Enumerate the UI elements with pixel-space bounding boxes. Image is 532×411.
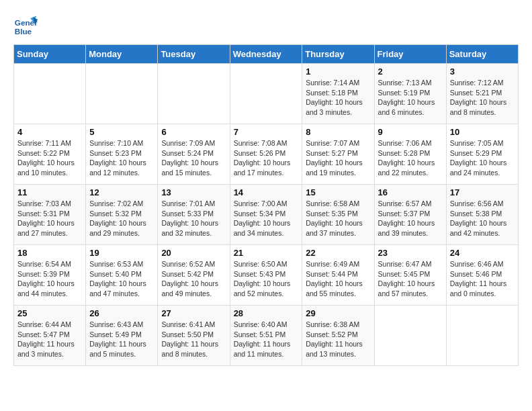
calendar-cell: 21Sunrise: 6:50 AM Sunset: 5:43 PM Dayli… <box>230 245 302 306</box>
calendar-cell <box>230 64 302 124</box>
week-row-2: 4Sunrise: 7:11 AM Sunset: 5:22 PM Daylig… <box>14 124 519 185</box>
day-info: Sunrise: 6:47 AM Sunset: 5:45 PM Dayligh… <box>378 259 443 299</box>
day-number: 16 <box>378 187 443 197</box>
day-number: 18 <box>17 248 82 258</box>
day-number: 5 <box>89 127 154 137</box>
day-number: 9 <box>378 127 443 137</box>
day-number: 10 <box>450 127 515 137</box>
weekday-header-thursday: Thursday <box>302 45 374 64</box>
day-info: Sunrise: 6:56 AM Sunset: 5:38 PM Dayligh… <box>450 199 515 238</box>
day-number: 8 <box>306 127 370 137</box>
day-number: 23 <box>378 248 443 258</box>
day-info: Sunrise: 7:14 AM Sunset: 5:18 PM Dayligh… <box>306 78 370 118</box>
day-number: 25 <box>17 308 82 318</box>
calendar-cell: 25Sunrise: 6:44 AM Sunset: 5:47 PM Dayli… <box>14 306 86 366</box>
weekday-header-sunday: Sunday <box>14 45 86 64</box>
calendar-cell: 28Sunrise: 6:40 AM Sunset: 5:51 PM Dayli… <box>230 306 302 366</box>
day-number: 24 <box>450 248 515 258</box>
week-row-3: 11Sunrise: 7:03 AM Sunset: 5:31 PM Dayli… <box>14 185 519 245</box>
calendar-cell: 2Sunrise: 7:13 AM Sunset: 5:19 PM Daylig… <box>374 64 446 124</box>
calendar-cell: 8Sunrise: 7:07 AM Sunset: 5:27 PM Daylig… <box>302 124 374 185</box>
day-info: Sunrise: 6:40 AM Sunset: 5:51 PM Dayligh… <box>234 320 299 359</box>
week-row-4: 18Sunrise: 6:54 AM Sunset: 5:39 PM Dayli… <box>14 245 519 306</box>
week-row-5: 25Sunrise: 6:44 AM Sunset: 5:47 PM Dayli… <box>14 306 519 366</box>
day-info: Sunrise: 6:52 AM Sunset: 5:42 PM Dayligh… <box>161 259 226 299</box>
calendar-cell: 23Sunrise: 6:47 AM Sunset: 5:45 PM Dayli… <box>374 245 446 306</box>
day-info: Sunrise: 6:50 AM Sunset: 5:43 PM Dayligh… <box>234 259 299 299</box>
calendar-cell: 5Sunrise: 7:10 AM Sunset: 5:23 PM Daylig… <box>86 124 158 185</box>
day-info: Sunrise: 7:12 AM Sunset: 5:21 PM Dayligh… <box>450 78 515 118</box>
calendar-cell <box>158 64 230 124</box>
calendar-cell <box>14 64 86 124</box>
calendar-cell: 6Sunrise: 7:09 AM Sunset: 5:24 PM Daylig… <box>158 124 230 185</box>
calendar-cell: 19Sunrise: 6:53 AM Sunset: 5:40 PM Dayli… <box>86 245 158 306</box>
day-number: 20 <box>161 248 226 258</box>
day-info: Sunrise: 6:57 AM Sunset: 5:37 PM Dayligh… <box>378 199 443 238</box>
day-number: 15 <box>306 187 370 197</box>
weekday-header-tuesday: Tuesday <box>158 45 230 64</box>
calendar-cell: 17Sunrise: 6:56 AM Sunset: 5:38 PM Dayli… <box>446 185 518 245</box>
day-info: Sunrise: 6:46 AM Sunset: 5:46 PM Dayligh… <box>450 259 515 299</box>
calendar-cell: 10Sunrise: 7:05 AM Sunset: 5:29 PM Dayli… <box>446 124 518 185</box>
calendar-cell: 12Sunrise: 7:02 AM Sunset: 5:32 PM Dayli… <box>86 185 158 245</box>
day-number: 29 <box>306 308 370 318</box>
weekday-header-saturday: Saturday <box>446 45 518 64</box>
day-number: 2 <box>378 66 443 77</box>
calendar-cell: 14Sunrise: 7:00 AM Sunset: 5:34 PM Dayli… <box>230 185 302 245</box>
header: General Blue <box>13 13 519 38</box>
weekday-header-monday: Monday <box>86 45 158 64</box>
day-info: Sunrise: 7:11 AM Sunset: 5:22 PM Dayligh… <box>17 138 82 178</box>
calendar-cell: 11Sunrise: 7:03 AM Sunset: 5:31 PM Dayli… <box>14 185 86 245</box>
calendar-cell: 15Sunrise: 6:58 AM Sunset: 5:35 PM Dayli… <box>302 185 374 245</box>
day-number: 27 <box>161 308 226 318</box>
calendar-cell: 18Sunrise: 6:54 AM Sunset: 5:39 PM Dayli… <box>14 245 86 306</box>
day-info: Sunrise: 7:09 AM Sunset: 5:24 PM Dayligh… <box>161 138 226 178</box>
day-number: 3 <box>450 66 515 77</box>
day-number: 7 <box>234 127 299 137</box>
calendar-cell: 26Sunrise: 6:43 AM Sunset: 5:49 PM Dayli… <box>86 306 158 366</box>
day-info: Sunrise: 6:58 AM Sunset: 5:35 PM Dayligh… <box>306 199 370 238</box>
logo: General Blue <box>13 13 40 38</box>
day-number: 6 <box>161 127 226 137</box>
calendar-table: SundayMondayTuesdayWednesdayThursdayFrid… <box>13 44 519 366</box>
calendar-cell: 4Sunrise: 7:11 AM Sunset: 5:22 PM Daylig… <box>14 124 86 185</box>
day-number: 26 <box>89 308 154 318</box>
calendar-cell: 13Sunrise: 7:01 AM Sunset: 5:33 PM Dayli… <box>158 185 230 245</box>
day-number: 13 <box>161 187 226 197</box>
day-info: Sunrise: 7:10 AM Sunset: 5:23 PM Dayligh… <box>89 138 154 178</box>
day-number: 21 <box>234 248 299 258</box>
day-info: Sunrise: 7:01 AM Sunset: 5:33 PM Dayligh… <box>161 199 226 238</box>
calendar-cell: 20Sunrise: 6:52 AM Sunset: 5:42 PM Dayli… <box>158 245 230 306</box>
calendar-cell: 27Sunrise: 6:41 AM Sunset: 5:50 PM Dayli… <box>158 306 230 366</box>
day-info: Sunrise: 6:49 AM Sunset: 5:44 PM Dayligh… <box>306 259 370 299</box>
day-info: Sunrise: 7:02 AM Sunset: 5:32 PM Dayligh… <box>89 199 154 238</box>
day-number: 19 <box>89 248 154 258</box>
day-number: 4 <box>17 127 82 137</box>
calendar-cell: 29Sunrise: 6:38 AM Sunset: 5:52 PM Dayli… <box>302 306 374 366</box>
day-info: Sunrise: 7:08 AM Sunset: 5:26 PM Dayligh… <box>234 138 299 178</box>
calendar-cell: 1Sunrise: 7:14 AM Sunset: 5:18 PM Daylig… <box>302 64 374 124</box>
day-info: Sunrise: 7:06 AM Sunset: 5:28 PM Dayligh… <box>378 138 443 178</box>
weekday-header-friday: Friday <box>374 45 446 64</box>
calendar-cell: 9Sunrise: 7:06 AM Sunset: 5:28 PM Daylig… <box>374 124 446 185</box>
calendar-cell: 16Sunrise: 6:57 AM Sunset: 5:37 PM Dayli… <box>374 185 446 245</box>
calendar-cell <box>446 306 518 366</box>
calendar-cell <box>374 306 446 366</box>
day-info: Sunrise: 7:05 AM Sunset: 5:29 PM Dayligh… <box>450 138 515 178</box>
calendar-cell: 3Sunrise: 7:12 AM Sunset: 5:21 PM Daylig… <box>446 64 518 124</box>
calendar-cell <box>86 64 158 124</box>
day-info: Sunrise: 6:53 AM Sunset: 5:40 PM Dayligh… <box>89 259 154 299</box>
day-number: 22 <box>306 248 370 258</box>
day-info: Sunrise: 6:43 AM Sunset: 5:49 PM Dayligh… <box>89 320 154 359</box>
week-row-1: 1Sunrise: 7:14 AM Sunset: 5:18 PM Daylig… <box>14 64 519 124</box>
day-number: 14 <box>234 187 299 197</box>
day-number: 28 <box>234 308 299 318</box>
svg-text:Blue: Blue <box>15 27 32 36</box>
day-info: Sunrise: 6:41 AM Sunset: 5:50 PM Dayligh… <box>161 320 226 359</box>
day-number: 1 <box>306 66 370 77</box>
day-number: 12 <box>89 187 154 197</box>
day-info: Sunrise: 6:44 AM Sunset: 5:47 PM Dayligh… <box>17 320 82 359</box>
logo-icon: General Blue <box>13 13 38 38</box>
calendar-cell: 22Sunrise: 6:49 AM Sunset: 5:44 PM Dayli… <box>302 245 374 306</box>
day-info: Sunrise: 7:07 AM Sunset: 5:27 PM Dayligh… <box>306 138 370 178</box>
